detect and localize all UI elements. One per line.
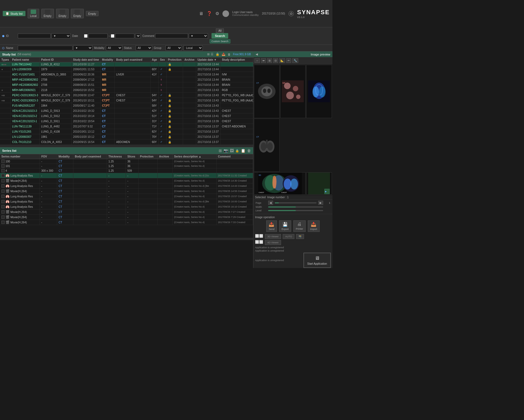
preview-thumb-5[interactable]: 3D CHEST CHEST (254, 172, 306, 195)
series-checkbox[interactable] (1, 215, 5, 219)
list-item[interactable]: 🫁 Lung Analysis Res - CT - - (Creator:na… (0, 204, 253, 209)
table-row[interactable]: MRP-HE2008082902 2708 2008/08/15 15:51 M… (0, 82, 253, 88)
date-from-input[interactable]: 20171016 (88, 34, 108, 38)
date-checkbox-to[interactable] (111, 34, 114, 38)
viewer-4d-button[interactable]: 4D Viewer (265, 240, 281, 245)
toolbar-empty-1[interactable]: Empty (41, 9, 54, 18)
list-item[interactable]: 🫁 Lung Analysis Res - CT - - (Creator:na… (0, 173, 253, 178)
preview-btn-6[interactable]: ✏ (286, 58, 291, 63)
date-checkbox-from[interactable] (84, 34, 88, 38)
table-row[interactable]: COL-TK101210 COLON_A_4053 2010/09/15 16:… (0, 139, 253, 145)
toolbar-local[interactable]: Local (28, 9, 39, 18)
name-select[interactable]: ▼ (73, 45, 92, 51)
list-item[interactable]: 101 - CT 1.25 36 (Creator:naxis, Series … (0, 164, 253, 168)
name-input[interactable] (18, 46, 73, 50)
series-checkbox[interactable] (1, 210, 5, 214)
table-row[interactable]: ● LIV-LI20060309 1979 2006/02/01 11:53 C… (0, 67, 253, 72)
series-checkbox[interactable] (1, 164, 5, 168)
custom-search-button[interactable]: Custom Search (210, 39, 230, 43)
preview-arrow[interactable]: ◀ (256, 52, 258, 56)
toolbar-empty-4[interactable]: Empty (86, 11, 99, 16)
study-scrollbar[interactable] (0, 145, 253, 147)
id-radio[interactable] (2, 35, 4, 37)
preview-thumb-6[interactable]: ▶ (306, 172, 332, 195)
series-delete-icon[interactable]: 🗑 (247, 148, 251, 153)
preview-thumb-3[interactable] (306, 65, 332, 118)
id-input[interactable] (18, 34, 51, 38)
toolbar-empty-3[interactable]: Empty (71, 9, 83, 18)
table-row[interactable]: FUS-MN20051207 1964 2005/08/17 11:40 CT,… (0, 103, 253, 108)
series-checkbox[interactable] (1, 169, 5, 172)
series-icon-1[interactable]: ⊞ (219, 148, 222, 153)
table-row[interactable]: ● MRH-MR20060921 2118 2006/02/18 15:52 M… (0, 88, 253, 93)
delete-icon[interactable]: 🗑 (228, 53, 231, 56)
table-row[interactable]: ●■ PERC-OI20130823-3 WHOLE_BODY_C_579 20… (0, 93, 253, 98)
preview-thumb-4[interactable]: CT (254, 119, 280, 172)
list-item[interactable]: 🎬 Movie(H.264) - CT - - (Creator:naxis, … (0, 178, 253, 183)
export-icon[interactable]: 📤 (222, 52, 225, 56)
preview-btn-2[interactable]: ⬅ (261, 58, 266, 63)
preview-thumb-2[interactable]: MR (280, 65, 306, 118)
search-button[interactable]: Search (212, 33, 228, 39)
series-checkbox[interactable] (1, 179, 5, 182)
series-icon-2[interactable]: 📷 (224, 148, 228, 153)
series-icon-3[interactable]: 🖼 (230, 148, 234, 153)
series-checkbox[interactable] (1, 221, 5, 224)
name-radio[interactable] (2, 47, 4, 49)
series-checkbox[interactable] (1, 195, 5, 198)
series-checkbox[interactable] (1, 174, 5, 177)
toolbar-empty-2[interactable]: Empty (56, 9, 69, 18)
page-slider[interactable] (275, 202, 317, 203)
group-select[interactable]: All (166, 45, 182, 51)
study-table-container[interactable]: Types Patient name Patient ID Study date… (0, 57, 253, 145)
monitor-icon[interactable]: 🖥 (199, 11, 203, 16)
all-button[interactable]: All (216, 28, 224, 33)
list-item[interactable]: 🎬 Movie(H.264) - CT - - (Creator:naxis, … (0, 189, 253, 194)
list-item[interactable]: 🎬 Movie(H.264) - CT - - (Creator:naxis, … (0, 220, 253, 225)
table-row[interactable]: ■■■ LUN-TM110442 LUNG_B_4312 2011/03/30 … (0, 62, 253, 67)
help-icon[interactable]: ❓ (207, 11, 212, 16)
id-select[interactable]: ▼ (51, 33, 71, 39)
date-cal[interactable]: 📅 (135, 34, 141, 38)
preview-btn-4[interactable]: ⊟ (273, 58, 278, 63)
comment-select[interactable]: ▼ (189, 33, 208, 39)
preview-btn-1[interactable]: ↔ (254, 58, 260, 63)
series-table-container[interactable]: Series number FOV Modality Body part exa… (0, 154, 253, 238)
send-button[interactable]: 📤 Send (266, 220, 277, 232)
preview-btn-3[interactable]: ⊞ (267, 58, 272, 63)
modality-select[interactable]: All (106, 45, 122, 51)
export-button[interactable]: 💾 Export (279, 220, 291, 232)
viewer-3d-button[interactable]: 3D Viewer (265, 234, 281, 239)
list-item[interactable]: 🫁 Lung Analysis Res - CT - - (Creator:na… (0, 194, 253, 199)
page-prev[interactable]: ◀ (268, 201, 273, 205)
table-row[interactable]: VEN-KC20131023-2 LUNG_D_5912 2013/10/22 … (0, 113, 253, 119)
settings-icon[interactable]: ⚙ (215, 11, 219, 16)
import-button[interactable]: 📥 Import (308, 220, 320, 232)
printer-button[interactable]: 🖨 Printer (293, 220, 306, 232)
level-slider[interactable] (268, 210, 323, 211)
table-row[interactable]: LIV-LI20060307 1981 2005/10/20 10:12 CT … (0, 134, 253, 139)
grid-icon[interactable]: ⊞ (207, 52, 210, 56)
series-icon-5[interactable]: 📋 (241, 148, 245, 153)
series-checkbox[interactable] (1, 160, 5, 163)
page-next[interactable]: ▶ (318, 201, 323, 205)
series-checkbox[interactable] (1, 189, 5, 193)
table-row[interactable]: VEN-KC20131023-1 LUNG_D_5911 2013/10/22 … (0, 119, 253, 124)
power-btn[interactable]: ⏻ (288, 11, 294, 16)
list-item[interactable]: 100 - CT 1.25 36 (Creator:naxis, Series … (0, 159, 253, 164)
table-row[interactable]: ADC-YU10071601 ABDOMEN_D_3893 2010/06/22… (0, 72, 253, 77)
table-row[interactable]: LUN-YS101265 LUNG_D_4108 2010/10/01 13:1… (0, 129, 253, 134)
auto-btn[interactable]: AUTO (283, 234, 294, 239)
series-checkbox[interactable] (1, 200, 5, 203)
series-checkbox[interactable] (1, 205, 5, 208)
list-item[interactable]: 🎬 Movie(H.264) - CT - - (Creator:naxis, … (0, 209, 253, 215)
study-list-tab[interactable]: 📋 Study list (3, 11, 25, 16)
start-application-button[interactable]: 🖥 Start Application (303, 253, 331, 268)
preview-btn-7[interactable]: 🔧 (292, 58, 298, 63)
table-row[interactable]: LUN-TM111139 LUNG_B_4482 2011/07/07 9:32… (0, 124, 253, 129)
table-row[interactable]: VEN-KC20131023-3 LUNG_D_5913 2013/10/22 … (0, 108, 253, 113)
series-checkbox[interactable] (1, 184, 5, 188)
list-icon[interactable]: ☰ (211, 52, 213, 56)
preview-thumb-1[interactable]: CT (254, 65, 280, 118)
date-to-input[interactable]: 20171016 (115, 34, 134, 38)
